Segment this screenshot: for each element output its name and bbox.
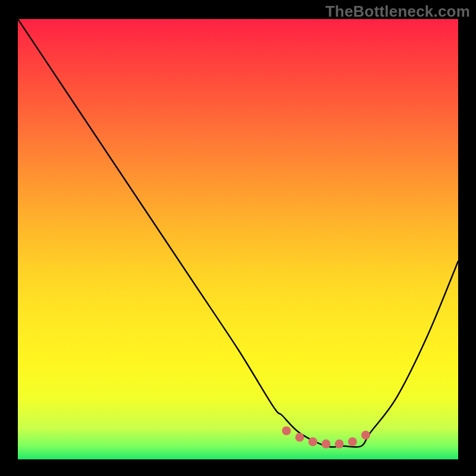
chart-frame: TheBottleneck.com	[0, 0, 476, 476]
highlight-dot	[308, 437, 317, 446]
highlight-dot	[282, 426, 291, 435]
highlight-dot	[322, 440, 331, 449]
highlight-dot	[335, 440, 344, 449]
chart-svg	[18, 19, 458, 459]
plot-area	[18, 19, 458, 459]
bottleneck-curve	[18, 19, 458, 447]
highlight-dot	[361, 431, 370, 440]
highlight-dot	[348, 437, 357, 446]
watermark-text: TheBottleneck.com	[325, 2, 470, 21]
highlight-dot	[295, 433, 304, 442]
